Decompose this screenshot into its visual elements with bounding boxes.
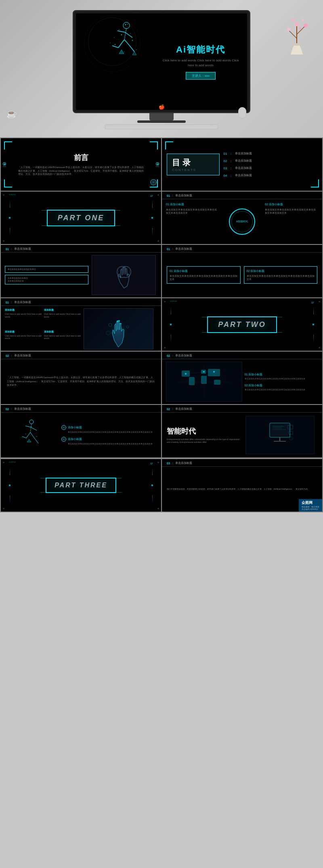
svg-line-62: [34, 438, 38, 443]
slide-qianyan: 前言 「人工智能」一词最初是在1956年Dartmouth学会上提出的，从那以后…: [1, 138, 161, 191]
slide-body-02r: 01 添加小标题 单击添加文本单击添加文本单击添加文本单击添加文本单击添加文本单…: [1, 413, 161, 457]
mulu-text-2: 单击添加标题: [235, 159, 252, 163]
data-label-132: 13": [311, 301, 314, 304]
hud-br3: ⊕: [157, 507, 159, 510]
svg-point-65: [36, 436, 37, 437]
tag-3: 添加标题 Click here to add words Click here …: [5, 330, 42, 350]
svg-line-59: [26, 432, 30, 438]
tag-1: 添加标题 Click here to add words Click here …: [5, 308, 42, 328]
hud-tr2: ⊕: [319, 300, 320, 303]
svg-point-6: [291, 19, 294, 22]
hud-bl3: ⊕: [3, 507, 4, 510]
slide-body-brain: 单击添加文本单击添加文本单击 文本单击添加文本单击文本单击添加文本: [1, 253, 161, 297]
svg-point-66: [22, 437, 23, 438]
svg-point-8: [299, 27, 301, 29]
mulu-text-3: 单击添加标题: [235, 166, 252, 170]
mulu-item-2: 02 ： 单击添加标题: [224, 159, 317, 163]
svg-point-64: [25, 434, 26, 434]
part-two-frame: PART TWO: [207, 316, 277, 333]
svg-line-56: [30, 424, 31, 432]
mulu-num-4: 04: [224, 174, 227, 177]
ai-right-item: 02 添加小标题 单击添加文本单击添加文本单击添加文本单击添加文本单击添加文本: [265, 202, 318, 241]
slide-header-brain: 01 ： 单击添加标题: [1, 245, 161, 253]
slide-body-tags: 添加标题 Click here to add words Click here …: [1, 306, 161, 351]
slide-mulu: 目 录 CONTENTS 01 ： 单击添加标题 02 ： 单击添加标题 03 …: [162, 138, 322, 191]
header-text: 单击添加标题: [175, 194, 192, 198]
svg-rect-46: [189, 377, 195, 385]
svg-rect-76: [289, 431, 293, 434]
slide-body-02w: 01 添加小标题 单击添加文本单击添加文本单击添加文本单击添加文本单击添加文本 …: [162, 359, 322, 404]
svg-point-27: [130, 33, 131, 34]
mulu-en: CONTENTS: [172, 168, 214, 172]
svg-line-14: [125, 32, 132, 38]
header-sep: ：: [171, 194, 174, 198]
mulu-item-3: 03 ： 单击添加标题: [224, 166, 317, 171]
tags-image: [84, 308, 153, 350]
mulu-text-4: 单击添加标题: [235, 173, 252, 177]
slide-02-text: 02 ： 单击添加标题 「人工智能」一词最初是在1956年Dartmouth学会…: [1, 352, 161, 404]
data-label-133: 13": [150, 462, 153, 465]
svg-point-20: [121, 34, 122, 36]
hud-tr3: ⊕: [157, 461, 159, 463]
svg-point-28: [124, 51, 125, 52]
runner-item-2: 02 添加小标题 单击添加文本单击添加文本单击添加文本单击添加文本单击添加文本单…: [61, 437, 157, 445]
svg-point-3: [295, 22, 299, 26]
monitor: Ai智能时代 Click here to add words Click her…: [69, 10, 254, 127]
screen-content: Ai智能时代 Click here to add words Click her…: [162, 44, 239, 80]
svg-point-36: [117, 320, 118, 322]
slide-two-frames: 01 ： 单击添加标题 01 添加小标题 单击添加文本单击添加文本单击添加文本单…: [162, 245, 322, 297]
hud-tl3: ⊕: [3, 461, 4, 463]
hud-tl: ⊕: [3, 194, 4, 196]
slide-header-ai: 01 ： 单击添加标题: [162, 192, 322, 199]
mulu-num-2: 02: [224, 159, 227, 163]
world-right-items: 01 添加小标题 单击添加文本单击添加文本单击添加文本单击添加文本单击添加文本 …: [245, 362, 315, 402]
slide-part-three: ⊕ ⊕ ⊕ ⊕ ZORPOR 13" PART THREE: [1, 459, 161, 512]
slide-body-03f: 我们不需要更多思想，而是需要更少的思想。研究者们发展了众多理论和原理，人工智能的…: [162, 467, 322, 512]
watermark-code: 作品编号:4244412: [302, 508, 319, 510]
svg-point-9: [293, 43, 301, 46]
svg-point-25: [119, 29, 120, 30]
slide-ai-circle: 01 ： 单击添加标题 01 添加小标题 单击添加文本单击添加文本单击添加文本单…: [162, 192, 322, 244]
world-map-area: [166, 362, 242, 402]
slide-02-world: 02 ： 单击添加标题: [162, 352, 322, 404]
slide-body-ai: 01 添加小标题 单击添加文本单击添加文本单击添加文本单击添加文本单击添加文本 …: [162, 199, 322, 244]
hud-tl2: ⊕: [164, 300, 166, 303]
mulu-num-1: 01: [224, 152, 227, 156]
mulu-item-1: 01 ： 单击添加标题: [224, 152, 317, 156]
header-num: 01: [167, 194, 170, 197]
svg-point-33: [153, 181, 154, 183]
slide-body-02t: 「人工智能」一词最初是在1956年Dartmouth学会上提出的，从那以后，研究…: [1, 359, 161, 404]
svg-line-58: [25, 426, 31, 427]
data-label-top: ZORPOR: [9, 194, 16, 196]
hud-bl: ⊕: [3, 240, 4, 242]
runner-item-1: 01 添加小标题 单击添加文本单击添加文本单击添加文本单击添加文本单击添加文本单…: [61, 425, 157, 434]
hud-bl2: ⊕: [164, 346, 166, 349]
svg-point-38: [120, 323, 122, 324]
svg-point-63: [31, 426, 31, 427]
tag-4: 添加标题 Click here to add words Click here …: [44, 330, 81, 350]
svg-point-21: [115, 44, 116, 45]
tech-computer-image: [245, 416, 315, 454]
svg-point-26: [114, 37, 115, 38]
mulu-item-4: 04 ： 单击添加标题: [224, 173, 317, 178]
world-item-2: 02 添加小标题 单击添加文本单击添加文本单击添加文本单击添加文本单击添加文本: [245, 383, 315, 391]
text-03f: 我们不需要更多思想，而是需要更少的思想。研究者们发展了众多理论和原理，人工智能的…: [167, 487, 317, 491]
part-two-label: PART TWO: [218, 320, 266, 329]
mulu-text-1: 单击添加标题: [235, 152, 252, 156]
svg-marker-67: [27, 439, 31, 442]
data-label-13: 13": [150, 195, 153, 197]
svg-point-55: [29, 420, 34, 424]
slide-header-tf: 01 ： 单击添加标题: [162, 245, 322, 253]
svg-line-60: [22, 436, 26, 438]
slide-part-two: ⊕ ⊕ ⊕ ⊕ ZORPOR 13" PART TWO: [162, 298, 322, 351]
bottom-grid: ⊕ ⊕ ⊕ ⊕ ZORPOR 13" PART THREE 03 ： 单击添加标…: [0, 458, 323, 512]
svg-point-37: [118, 320, 120, 322]
svg-point-77: [289, 437, 293, 440]
slide-02-runner: 02 ： 单击添加标题: [1, 405, 161, 457]
hud-br2: ⊕: [319, 346, 320, 349]
svg-line-61: [30, 432, 34, 438]
right-deco: [156, 162, 159, 167]
qianyan-body: 「人工智能」一词最初是在1956年Dartmouth学会上提出的，从那以后，研究…: [18, 166, 144, 176]
mulu-sep-4: ：: [229, 173, 233, 178]
mulu-num-3: 03: [224, 166, 227, 170]
